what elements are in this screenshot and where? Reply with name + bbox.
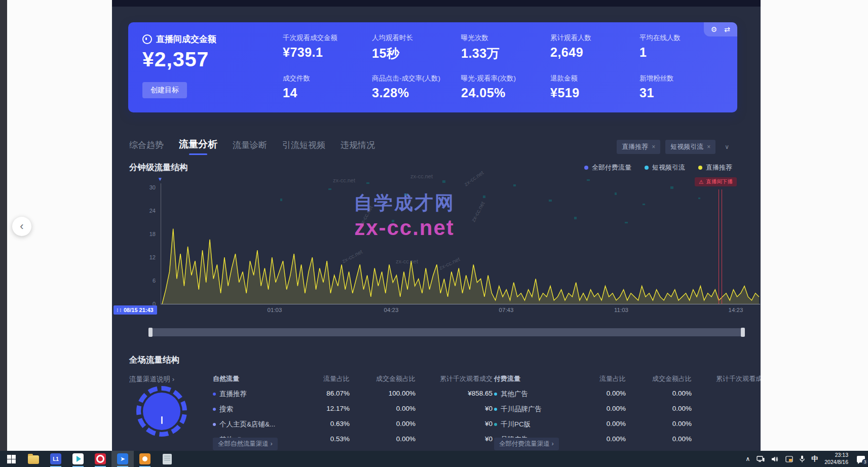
tray-expand-icon[interactable]: ∧ xyxy=(745,455,750,462)
microphone-icon[interactable] xyxy=(800,455,805,462)
alert-icon: ⚠ xyxy=(699,179,703,185)
x-tick: 01:03 xyxy=(268,307,282,313)
channel-filter: 直播推荐 × 短视频引流 × ∨ xyxy=(617,140,729,154)
stream-end-badge: ⚠ 直播间下播 xyxy=(695,177,737,186)
minute-section-title: 分钟级流量结构 xyxy=(129,162,188,173)
notification-center-button[interactable]: 3 xyxy=(857,456,865,462)
tab-overall-trend[interactable]: 综合趋势 xyxy=(129,139,164,155)
channel-explain-link[interactable]: 流量渠道说明 › xyxy=(129,375,174,384)
artifact-speck xyxy=(643,204,645,205)
natural-traffic-table: 自然流量 流量占比 成交金额占比 累计千次观看成交 直播推荐 86.07% 10… xyxy=(213,372,493,446)
screen: ‹ 直播间成交金额 ¥2,357 创建目标 千次观看成交金额¥739.1 人均观… xyxy=(0,0,868,467)
kpi-card-tools: ⚙ ⇄ xyxy=(704,22,737,36)
tab-short-video[interactable]: 引流短视频 xyxy=(282,139,325,155)
screenshot-tool-icon[interactable] xyxy=(785,456,793,462)
tab-traffic-analysis[interactable]: 流量分析 xyxy=(179,138,217,155)
metric-cell: 退款金额¥519 xyxy=(550,74,639,100)
overall-section-title: 全场流量结构 xyxy=(129,355,179,366)
donut-core xyxy=(143,393,180,430)
metric-cell: 千次观看成交金额¥739.1 xyxy=(283,33,372,62)
row-dot xyxy=(213,393,216,396)
metric-cell: 成交件数14 xyxy=(283,74,372,100)
legend-dot xyxy=(584,166,588,170)
back-icon: ‹ xyxy=(20,220,23,232)
scrollbar-left-handle[interactable] xyxy=(148,328,153,337)
metric-cell: 商品点击-成交率(人数)3.28% xyxy=(372,74,461,100)
minute-traffic-chart: 30 24 18 12 6 0 ▼ ⚠ 直播间下播 自学成才网 zx-cc.ne… xyxy=(128,173,760,316)
stream-end-marker-line xyxy=(719,189,719,304)
remove-tag-icon[interactable]: × xyxy=(652,143,655,150)
metric-cell: 曝光次数1.33万 xyxy=(461,33,550,62)
row-dot xyxy=(494,423,497,426)
metric-cell: 累计观看人数2,649 xyxy=(550,33,639,62)
artifact-speck xyxy=(698,198,700,199)
folder-icon xyxy=(28,455,39,464)
row-dot xyxy=(494,408,497,411)
notepad-app-button[interactable] xyxy=(156,451,178,467)
remove-tag-icon[interactable]: × xyxy=(707,143,710,150)
kpi-metrics-grid: 千次观看成交金额¥739.1 人均观看时长15秒 曝光次数1.33万 累计观看人… xyxy=(283,33,726,100)
scrollbar-right-handle[interactable] xyxy=(741,328,745,337)
chevron-down-icon[interactable]: ∨ xyxy=(725,143,729,150)
artifact-speck xyxy=(670,186,673,189)
swap-metrics-icon[interactable]: ⇄ xyxy=(724,25,730,33)
all-natural-channels-link[interactable]: 全部自然流量渠道 › xyxy=(213,438,278,450)
all-paid-channels-link[interactable]: 全部付费流量渠道 › xyxy=(494,438,559,450)
legend-dot xyxy=(698,166,702,170)
axis-slider-handle-icon[interactable]: ▼ xyxy=(158,176,163,182)
back-button[interactable]: ‹ xyxy=(12,217,31,236)
legend-paid-traffic[interactable]: 全部付费流量 xyxy=(584,163,631,172)
section-tabs: 综合趋势 流量分析 流量诊断 引流短视频 违规情况 xyxy=(129,138,375,155)
table-row-label: 直播推荐 xyxy=(213,387,307,401)
filter-tag-short-video[interactable]: 短视频引流 × xyxy=(665,140,715,154)
window-top-strip xyxy=(112,0,761,7)
meeting-app-button[interactable] xyxy=(67,451,89,467)
clock[interactable]: 23:13 2024/8/16 xyxy=(824,452,848,465)
table-row-label: 千川品牌广告 xyxy=(494,403,583,416)
meeting-app-icon xyxy=(72,453,84,464)
tab-violations[interactable]: 违规情况 xyxy=(341,139,375,155)
artifact-speck xyxy=(442,180,445,183)
metric-cell: 平均在线人数1 xyxy=(639,33,726,62)
orange-app-button[interactable] xyxy=(134,451,156,467)
x-tick: 11:03 xyxy=(614,307,628,313)
artifact-speck xyxy=(404,193,407,196)
tab-traffic-diagnosis[interactable]: 流量诊断 xyxy=(233,139,267,155)
analytics-app-window: 直播间成交金额 ¥2,357 创建目标 千次观看成交金额¥739.1 人均观看时… xyxy=(112,0,761,451)
drag-grip-icon: ⋮⋮ xyxy=(116,308,122,313)
metric-cell: 曝光-观看率(次数)24.05% xyxy=(461,74,550,100)
artifact-speck xyxy=(483,196,485,198)
table-row-label: 其他广告 xyxy=(494,387,583,401)
start-button[interactable] xyxy=(0,451,22,467)
windows-logo-icon xyxy=(7,455,16,463)
red-app-button[interactable] xyxy=(89,451,111,467)
speaker-icon[interactable] xyxy=(771,456,779,462)
file-explorer-button[interactable] xyxy=(22,451,45,467)
notepad-icon xyxy=(163,454,172,464)
row-dot xyxy=(213,423,216,426)
settings-gear-icon[interactable]: ⚙ xyxy=(711,25,718,33)
artifact-speck xyxy=(574,217,577,219)
ime-indicator[interactable]: 中 xyxy=(811,454,818,463)
metric-cell: 新增粉丝数31 xyxy=(639,74,726,100)
stream-end-marker-line xyxy=(722,189,722,304)
table-row-label: 千川PC版 xyxy=(494,418,583,431)
time-cursor-label[interactable]: ⋮⋮ 08/15 21:43 xyxy=(114,305,157,315)
create-goal-button[interactable]: 创建目标 xyxy=(142,82,187,98)
pointer-app-button[interactable]: ➤ xyxy=(111,451,134,467)
legend-short-video[interactable]: 短视频引流 xyxy=(645,163,685,172)
artifact-speck xyxy=(328,188,331,190)
chart-range-scrollbar[interactable] xyxy=(149,328,744,336)
kpi-title: 直播间成交金额 xyxy=(142,33,216,45)
metric-cell: 人均观看时长15秒 xyxy=(372,33,461,62)
artifact-speck xyxy=(625,222,628,223)
l1-app-button[interactable]: L1 xyxy=(45,451,67,467)
filter-tag-live-recommend[interactable]: 直播推荐 × xyxy=(617,140,660,154)
traffic-donut-chart xyxy=(136,386,187,437)
y-tick: 30 xyxy=(138,184,156,190)
network-icon[interactable] xyxy=(757,456,765,462)
legend-live-recommend[interactable]: 直播推荐 xyxy=(698,163,732,172)
notification-badge: 3 xyxy=(862,459,868,465)
watermark-small: zx-cc.net xyxy=(333,177,355,183)
orange-app-icon xyxy=(139,453,150,464)
